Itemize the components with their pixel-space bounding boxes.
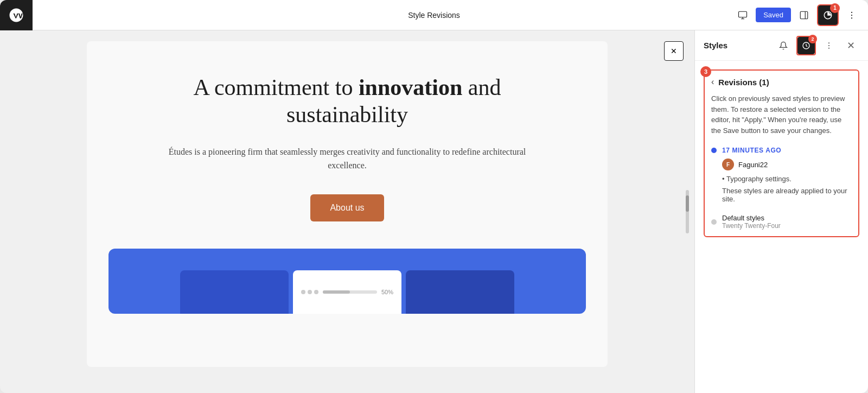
progress-bar-container: 50% bbox=[301, 289, 393, 295]
svg-point-8 bbox=[828, 42, 829, 43]
revisions-back-button[interactable]: ‹ bbox=[711, 77, 714, 87]
blue-card-center: 50% bbox=[293, 270, 401, 314]
revision-change-item: • Typography settings. bbox=[722, 175, 792, 183]
svg-point-10 bbox=[828, 47, 829, 48]
save-button[interactable]: Saved bbox=[756, 8, 791, 22]
view-button[interactable] bbox=[733, 5, 752, 25]
blue-card-right bbox=[406, 270, 514, 314]
panel-body: 3 ‹ Revisions (1) Click on previously sa… bbox=[695, 61, 868, 393]
about-us-button[interactable]: About us bbox=[310, 194, 384, 221]
wp-logo bbox=[0, 0, 33, 30]
main-layout: ✕ A commitment to innovation andsustaina… bbox=[0, 30, 868, 393]
panel-title: Styles bbox=[704, 41, 770, 50]
panel-more-button[interactable] bbox=[820, 37, 838, 54]
dot3 bbox=[314, 290, 318, 294]
blue-cards-row: 50% bbox=[180, 270, 514, 314]
dots-row bbox=[301, 290, 318, 294]
badge-3: 3 bbox=[700, 66, 711, 77]
scroll-thumb bbox=[686, 195, 689, 212]
revision-status: These styles are already applied to your… bbox=[722, 187, 852, 203]
page-title: Style Revisions bbox=[408, 11, 460, 20]
default-subtitle: Twenty Twenty-Four bbox=[722, 222, 781, 230]
title-bar-left bbox=[0, 0, 33, 30]
title-bar-right: Saved 1 bbox=[733, 4, 868, 26]
default-revision-info: Default styles Twenty Twenty-Four bbox=[722, 214, 781, 230]
svg-point-4 bbox=[851, 11, 852, 12]
badge-2: 2 bbox=[808, 35, 817, 43]
default-revision[interactable]: Default styles Twenty Twenty-Four bbox=[711, 214, 852, 230]
revisions-description: Click on previously saved styles to prev… bbox=[711, 93, 852, 136]
avatar-initial: F bbox=[726, 162, 730, 168]
progress-track bbox=[323, 290, 377, 294]
title-bar: Style Revisions Saved bbox=[0, 0, 868, 30]
revisions-title: Revisions (1) bbox=[718, 78, 769, 87]
headline-bold: innovation bbox=[359, 75, 462, 100]
svg-rect-1 bbox=[800, 11, 808, 19]
page-content: A commitment to innovation andsustainabi… bbox=[87, 41, 608, 367]
revision-item-header: 17 MINUTES AGO bbox=[711, 147, 852, 154]
svg-point-5 bbox=[851, 14, 852, 15]
user-name: Faguni22 bbox=[738, 161, 768, 169]
user-avatar: F bbox=[722, 159, 734, 170]
panel-close-button[interactable]: ✕ bbox=[842, 37, 859, 54]
sidebar-panel-button[interactable] bbox=[794, 5, 814, 25]
canvas-area: ✕ A commitment to innovation andsustaina… bbox=[0, 30, 694, 393]
history-button-wrapper: 2 bbox=[796, 36, 816, 55]
revisions-header: ‹ Revisions (1) bbox=[711, 77, 852, 87]
revision-dot-active bbox=[711, 148, 717, 153]
page-subtext: Études is a pioneering firm that seamles… bbox=[163, 145, 532, 173]
svg-point-6 bbox=[851, 17, 852, 18]
scroll-indicator bbox=[686, 190, 689, 233]
badge-1: 1 bbox=[830, 3, 840, 13]
progress-label: 50% bbox=[381, 289, 393, 295]
revision-user: F Faguni22 bbox=[722, 159, 852, 170]
page-headline: A commitment to innovation andsustainabi… bbox=[193, 74, 501, 129]
blue-section: 50% bbox=[108, 249, 586, 314]
style-button-wrapper: 1 bbox=[817, 4, 839, 26]
dot1 bbox=[301, 290, 305, 294]
more-options-button[interactable] bbox=[842, 5, 861, 25]
canvas-close-button[interactable]: ✕ bbox=[664, 41, 684, 61]
notifications-button[interactable] bbox=[775, 37, 792, 54]
default-title: Default styles bbox=[722, 214, 781, 222]
dot2 bbox=[308, 290, 312, 294]
svg-rect-0 bbox=[739, 11, 747, 17]
panel-header: Styles 2 bbox=[695, 30, 868, 61]
revision-time: 17 MINUTES AGO bbox=[722, 147, 781, 154]
progress-fill bbox=[323, 290, 350, 294]
headline-start: A commitment to bbox=[193, 75, 358, 100]
blue-card-left bbox=[180, 270, 289, 314]
revision-changes: • Typography settings. bbox=[722, 174, 852, 183]
right-panel: Styles 2 bbox=[694, 30, 868, 393]
revision-dot-gray bbox=[711, 219, 717, 225]
svg-point-9 bbox=[828, 45, 829, 46]
revision-item-1[interactable]: 17 MINUTES AGO F Faguni22 • Typography s… bbox=[711, 147, 852, 203]
revisions-section: 3 ‹ Revisions (1) Click on previously sa… bbox=[704, 69, 859, 237]
